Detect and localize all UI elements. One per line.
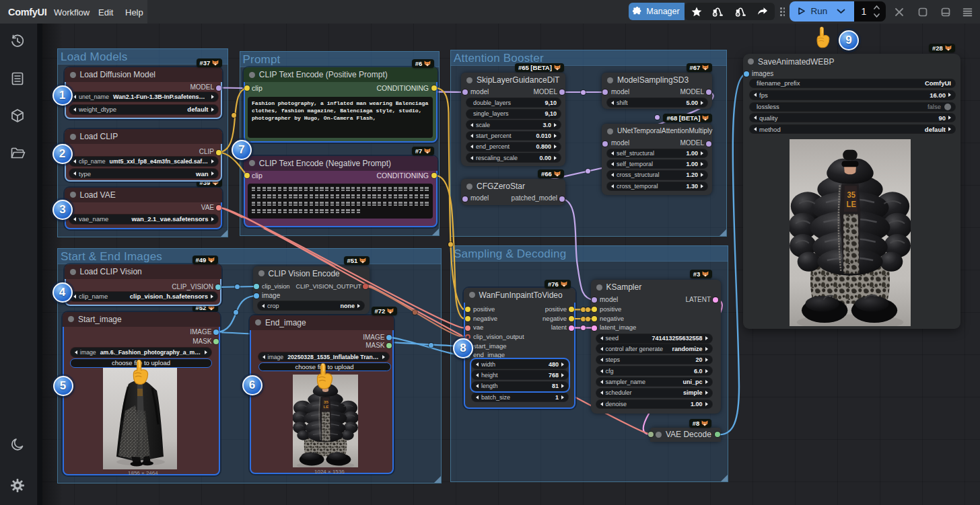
svg-text:35: 35 (847, 190, 856, 200)
svg-text:LE: LE (847, 199, 856, 208)
